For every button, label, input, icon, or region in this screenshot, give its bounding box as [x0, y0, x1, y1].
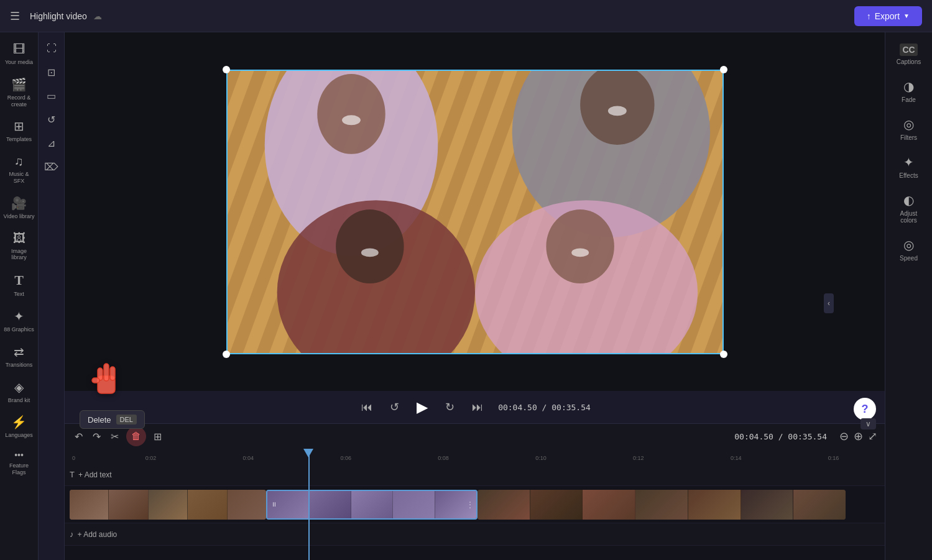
clip-drag-handle[interactable]: ⋮	[466, 500, 474, 509]
skip-to-start-button[interactable]: ⏮	[359, 398, 375, 416]
fit-tool-button[interactable]: ⛶	[42, 39, 62, 58]
film-frame	[478, 490, 530, 520]
resize-handle-bl[interactable]	[223, 351, 230, 358]
forward-5s-button[interactable]: ↻	[443, 398, 457, 416]
playhead-line	[308, 449, 310, 560]
video-clip-2[interactable]: ⏸ ⋮	[266, 490, 478, 520]
rotate-tool-button[interactable]: ↺	[42, 109, 62, 129]
sidebar-item-feature-flags[interactable]: ••• FeatureFlags	[1, 445, 37, 481]
video-lib-icon: 🎥	[11, 196, 27, 211]
feature-flags-icon: •••	[14, 450, 24, 460]
sidebar-label-feature: FeatureFlags	[9, 462, 29, 476]
project-title: Highlight video	[30, 11, 87, 21]
ruler-mark-8: 0:16	[785, 455, 882, 461]
time-separator: /	[542, 403, 552, 412]
delete-tooltip: Delete DEL	[80, 410, 145, 429]
fit-timeline-button[interactable]: ⤢	[868, 429, 877, 443]
zoom-in-button[interactable]: ⊕	[854, 429, 863, 443]
sidebar-label-brand: Brand kit	[8, 397, 30, 404]
help-button[interactable]: ?	[854, 398, 876, 420]
undo-button[interactable]: ↶	[72, 428, 85, 445]
right-sidebar-item-fade[interactable]: ◑ Fade	[888, 73, 930, 109]
film-frame	[351, 491, 393, 518]
right-sidebar-item-captions[interactable]: CC Captions	[888, 37, 930, 71]
video-content-svg	[228, 71, 722, 353]
film-frame	[635, 490, 688, 520]
sidebar-item-languages[interactable]: ⚡ Languages	[1, 410, 37, 444]
sidebar-item-image-library[interactable]: 🖼 Imagelibrary	[1, 226, 37, 267]
film-frame	[793, 490, 846, 520]
video-clip-1[interactable]	[70, 490, 266, 520]
export-dropdown-icon: ▼	[903, 12, 910, 19]
add-audio-button[interactable]: + Add audio	[78, 530, 118, 539]
resize-handle-tr[interactable]	[720, 66, 727, 73]
playback-time: 00:04.50 / 00:35.54	[498, 403, 591, 412]
sidebar-item-video-library[interactable]: 🎥 Video library	[1, 191, 37, 225]
resize-handle-br[interactable]	[720, 351, 727, 358]
crop-tool-button[interactable]: ⊡	[42, 62, 62, 82]
audio-track: ♪ + Add audio	[65, 523, 885, 546]
question-mark-icon: ?	[862, 403, 869, 416]
record-icon: 🎬	[11, 77, 27, 92]
back-tool-button[interactable]: ⌦	[42, 157, 62, 177]
collapse-right-panel-button[interactable]: ‹	[824, 293, 834, 313]
timeline-time-display: 00:04.50 / 00:35.54	[734, 432, 827, 441]
right-sidebar-item-filters[interactable]: ◎ Filters	[888, 111, 930, 147]
right-label-fade: Fade	[902, 96, 916, 103]
text-icon: T	[14, 272, 24, 288]
filters-panel-icon: ◎	[903, 117, 914, 132]
right-sidebar-item-speed[interactable]: ◎ Speed	[888, 231, 930, 268]
sidebar-item-record[interactable]: 🎬 Record &create	[1, 72, 37, 113]
resize-handle-tl[interactable]	[223, 66, 230, 73]
svg-point-5	[317, 73, 385, 154]
delete-button[interactable]: 🗑	[126, 426, 146, 446]
ruler-mark-7: 0:14	[687, 455, 785, 461]
sidebar-label-image: Imagelibrary	[11, 248, 27, 262]
canvas-tools: ⛶ ⊡ ▭ ↺ ⊿ ⌦	[39, 32, 65, 560]
play-pause-button[interactable]: ▶	[414, 396, 430, 418]
right-sidebar-item-effects[interactable]: ✦ Effects	[888, 149, 930, 185]
sidebar-item-transitions[interactable]: ⇄ Transitions	[1, 339, 37, 374]
scissors-button[interactable]: ✂	[108, 428, 121, 445]
sidebar-item-text[interactable]: T Text	[1, 267, 37, 303]
film-frame	[530, 490, 583, 520]
export-button[interactable]: ↑ Export ▼	[854, 6, 922, 26]
zoom-out-button[interactable]: ⊖	[839, 429, 849, 443]
copy-button[interactable]: ⊞	[151, 428, 164, 445]
sidebar-item-brand-kit[interactable]: ◈ Brand kit	[1, 375, 37, 409]
trash-icon: 🗑	[131, 431, 141, 442]
ruler-mark-5: 0:10	[492, 455, 590, 461]
svg-point-11	[546, 209, 614, 283]
film-frame	[583, 490, 635, 520]
speed-icon: ◎	[903, 237, 914, 252]
playback-controls: ⏮ ↺ ▶ ↻ ⏭ 00:04.50 / 00:35.54 ⛶	[65, 391, 885, 423]
subtitle-tool-button[interactable]: ▭	[42, 86, 62, 106]
sidebar-item-graphics[interactable]: ✦ 88 Graphics	[1, 304, 37, 338]
redo-button[interactable]: ↷	[90, 428, 103, 445]
templates-icon: ⊞	[14, 119, 24, 134]
right-sidebar-item-adjust-colors[interactable]: ◐ Adjustcolors	[888, 186, 930, 230]
sidebar-item-templates[interactable]: ⊞ Templates	[1, 114, 37, 148]
expand-panel-button[interactable]: ∨	[860, 418, 876, 429]
video-clip-3[interactable]	[478, 490, 846, 520]
sidebar-item-music-sfx[interactable]: ♫ Music & SFX	[1, 149, 37, 190]
adjust-colors-icon: ◐	[903, 193, 914, 208]
sidebar-label-music: Music & SFX	[4, 171, 35, 185]
skip-to-end-button[interactable]: ⏭	[469, 398, 486, 416]
sidebar-label-video: Video library	[4, 213, 35, 220]
current-time: 00:04.50	[498, 403, 537, 412]
audio-track-icon: ♪	[70, 530, 74, 539]
sidebar-item-your-media[interactable]: 🎞 Your media	[1, 37, 37, 71]
menu-icon[interactable]: ☰	[10, 9, 20, 23]
replay-5s-button[interactable]: ↺	[387, 398, 402, 416]
effects-panel-icon: ✦	[903, 155, 914, 170]
film-frame	[309, 491, 351, 518]
add-text-button[interactable]: + Add text	[78, 470, 112, 479]
text-track: T + Add text	[65, 464, 885, 486]
cloud-icon: ☁	[93, 11, 102, 21]
video-frame	[226, 70, 724, 354]
flip-tool-button[interactable]: ⊿	[42, 133, 62, 153]
music-icon: ♫	[14, 154, 24, 168]
svg-point-13	[607, 106, 626, 116]
captions-panel-icon: CC	[900, 44, 917, 56]
